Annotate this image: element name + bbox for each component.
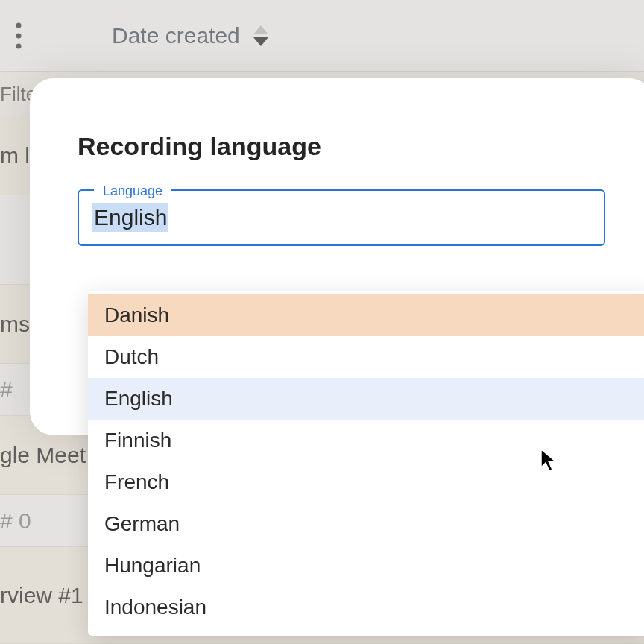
- more-options-icon[interactable]: [7, 22, 30, 49]
- row-text: gle Meet: [0, 443, 86, 468]
- svg-point-1: [16, 33, 22, 38]
- sort-label: Date created: [112, 23, 240, 48]
- language-option[interactable]: French: [88, 461, 644, 503]
- sort-button[interactable]: Date created: [112, 23, 268, 48]
- language-option[interactable]: Hungarian: [88, 545, 644, 587]
- svg-point-2: [16, 43, 22, 48]
- row-text: ms: [0, 312, 30, 337]
- language-field-label: Language: [94, 183, 171, 199]
- language-field-value: English: [92, 203, 168, 232]
- language-dropdown[interactable]: Danish Dutch English Finnish French Germ…: [88, 291, 644, 636]
- language-option[interactable]: Indonesian: [88, 587, 644, 628]
- language-field[interactable]: Language English: [78, 189, 605, 246]
- svg-point-0: [16, 22, 22, 28]
- bg-header: Date created: [0, 0, 644, 72]
- sort-arrows-icon: [253, 25, 268, 46]
- language-option[interactable]: English: [88, 378, 644, 420]
- language-option[interactable]: Danish: [88, 294, 644, 336]
- modal-title: Recording language: [78, 132, 605, 161]
- language-option[interactable]: Finnish: [88, 420, 644, 461]
- row-text: #: [0, 377, 13, 402]
- language-option[interactable]: German: [88, 503, 644, 545]
- language-option[interactable]: Dutch: [88, 336, 644, 378]
- row-text: # 0: [0, 508, 31, 534]
- row-text: m l: [0, 143, 30, 168]
- row-text: rview #1: [0, 583, 83, 608]
